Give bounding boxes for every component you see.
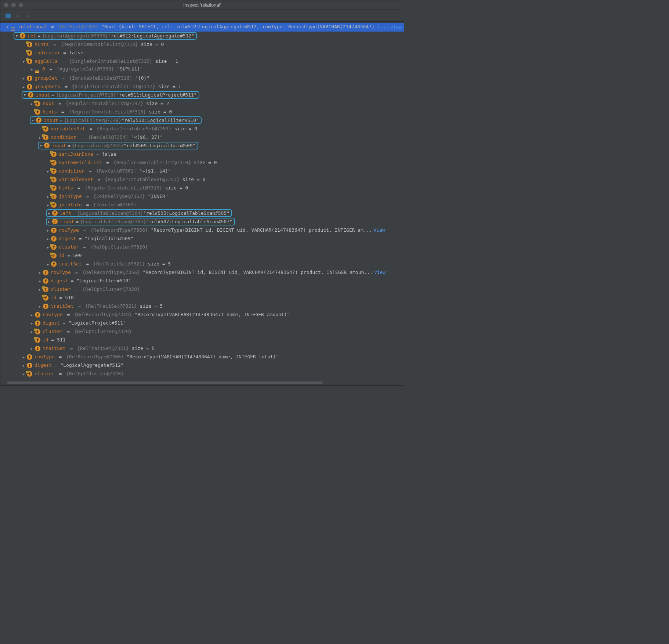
tree-row[interactable]: fid = 511 <box>0 336 404 344</box>
tree-row[interactable]: fdigest = "LogicalAggregate#512" <box>0 361 404 369</box>
tree-row[interactable]: fcondition = {RexCall@7361} "=($1, $4)" <box>0 167 404 175</box>
chevron-down-icon[interactable] <box>6 25 10 29</box>
row-content: fleft = {LogicalTableScan@7364} "rel#505… <box>46 209 232 217</box>
type-label: {LogicalProject@7318} <box>56 92 116 98</box>
tree-row[interactable]: fright = {LogicalTableScan@7365} "rel#50… <box>0 217 404 226</box>
tree-row[interactable]: finput = {LogicalProject@7318} "rel#511:… <box>0 91 404 99</box>
chevron-down-icon[interactable] <box>31 118 35 122</box>
row-content: frel = {LogicalAggregate@7305} "rel#512:… <box>14 32 197 40</box>
tree-row[interactable]: fgroupSets = {SingletonImmutableList@731… <box>0 82 404 91</box>
chevron-right-icon[interactable] <box>46 262 50 266</box>
maximize-icon[interactable] <box>19 3 23 7</box>
chevron-right-icon[interactable] <box>38 135 42 140</box>
row-content: fcluster = {RelOptCluster@7320} <box>46 244 148 250</box>
field-name: rowType <box>43 312 63 317</box>
tree-row[interactable]: fjoinType = {JoinRelType@7362} "INNER" <box>0 192 404 200</box>
chevron-right-icon[interactable] <box>46 169 50 173</box>
chevron-down-icon[interactable] <box>23 93 27 97</box>
equals-sign: = <box>80 244 89 250</box>
chevron-right-icon[interactable] <box>30 330 34 334</box>
chevron-right-icon[interactable] <box>30 321 34 325</box>
horizontal-scrollbar[interactable] <box>3 381 401 385</box>
type-label: {RelOptCluster@7320} <box>66 371 124 376</box>
tree-row[interactable]: fcluster = {RelOptCluster@7320} <box>0 369 404 378</box>
tree-row[interactable]: ftraitSet = {RelTraitSet@7321} size = 5 <box>0 344 404 352</box>
tree-row[interactable]: ftraitSet = {RelTraitSet@7321} size = 5 <box>0 260 404 268</box>
chevron-right-icon[interactable] <box>30 313 34 317</box>
chevron-right-icon[interactable] <box>38 304 42 308</box>
row-content: frowType = {RelRecordType@7349} "RecordT… <box>30 312 290 318</box>
tree-row[interactable]: 0 = {AggregateCall@7338} "SUM($1)" <box>0 65 404 74</box>
tree-row[interactable]: fexps = {RegularImmutableList@7347} size… <box>0 99 404 108</box>
minimize-icon[interactable] <box>11 3 16 7</box>
back-icon[interactable]: ← <box>17 12 20 19</box>
tree-row[interactable]: fgroupSet = {ImmutableBitSet@7316} "{0}" <box>0 74 404 82</box>
tree-row[interactable]: fid = 510 <box>0 293 404 302</box>
tree-row[interactable]: fdigest = "LogicalProject#511" <box>0 319 404 327</box>
tree-row[interactable]: fcluster = {RelOptCluster@7320} <box>0 285 404 293</box>
chevron-right-icon[interactable] <box>22 363 26 368</box>
header-icon[interactable] <box>6 14 11 18</box>
tree-row[interactable]: fdigest = "LogicalFilter#510" <box>0 276 404 285</box>
tree-row[interactable]: fjoinInfo = {JoinInfo@7363} <box>0 200 404 209</box>
tree-row[interactable]: fid = 509 <box>0 251 404 260</box>
tree-row[interactable]: frowType = {RelRecordType@7349} "RecordT… <box>0 310 404 319</box>
view-link[interactable]: View <box>374 269 386 275</box>
tree-row[interactable]: fdigest = "LogicalJoin#509" <box>0 234 404 243</box>
tree-row[interactable]: fsystemFieldList = {RegularImmutableList… <box>0 158 404 167</box>
tree-row[interactable]: frowType = {RelRecordType@7356} "RecordT… <box>0 226 404 234</box>
tree-row[interactable]: ftraitSet = {RelTraitSet@7321} size = 5 <box>0 302 404 310</box>
tree-row[interactable]: frel = {LogicalAggregate@7305} "rel#512:… <box>0 32 404 40</box>
chevron-right-icon[interactable] <box>46 237 50 241</box>
field-icon: f <box>35 109 40 115</box>
chevron-right-icon[interactable] <box>47 211 51 215</box>
chevron-right-icon[interactable] <box>47 220 51 224</box>
tree-row[interactable]: fvariablesSet = {RegularImmutableSet@735… <box>0 175 404 184</box>
tree-row[interactable]: fhints = {RegularImmutableList@7310} siz… <box>0 184 404 192</box>
tree-row[interactable]: findicator = false <box>0 48 404 57</box>
row-content: fdigest = "LogicalProject#511" <box>30 320 126 326</box>
chevron-right-icon[interactable] <box>46 228 50 232</box>
chevron-right-icon[interactable] <box>30 102 34 106</box>
chevron-right-icon[interactable] <box>46 195 50 199</box>
titlebar: Inspect 'relational' <box>0 0 404 10</box>
tree-row[interactable]: fleft = {LogicalTableScan@7364} "rel#505… <box>0 209 404 217</box>
field-name: joinInfo <box>59 202 82 207</box>
chevron-right-icon[interactable] <box>22 355 26 359</box>
chevron-right-icon[interactable] <box>30 347 34 351</box>
tree-row[interactable]: fcluster = {RelOptCluster@7320} <box>0 327 404 336</box>
tree-row[interactable]: fsemiJoinDone = false <box>0 150 404 158</box>
tree-row[interactable]: fcluster = {RelOptCluster@7320} <box>0 243 404 251</box>
chevron-right-icon[interactable] <box>22 372 26 376</box>
chevron-right-icon[interactable] <box>22 85 26 89</box>
chevron-right-icon[interactable] <box>46 203 50 207</box>
chevron-down-icon[interactable] <box>22 59 26 64</box>
view-link[interactable]: View <box>373 227 385 233</box>
tree-row[interactable]: finput = {LogicalJoin@7355} "rel#509:Log… <box>0 141 404 150</box>
tree-view[interactable]: relational = {RelRoot@7301} "Root {kind:… <box>0 22 404 381</box>
view-link[interactable]: View <box>390 25 402 30</box>
tree-row[interactable]: fcondition = {RexCall@7354} "<($6, 27)" <box>0 133 404 141</box>
tree-row[interactable]: fhints = {RegularImmutableList@7310} siz… <box>0 108 404 116</box>
forward-icon[interactable]: → <box>26 12 29 19</box>
field-icon: f <box>51 261 57 267</box>
tree-row[interactable]: frowType = {RelRecordType@7306} "RecordT… <box>0 352 404 361</box>
chevron-right-icon[interactable] <box>22 76 26 80</box>
tree-row[interactable]: fhints = {RegularImmutableList@7310} siz… <box>0 40 404 48</box>
chevron-right-icon[interactable] <box>38 287 42 292</box>
chevron-right-icon[interactable] <box>38 279 42 283</box>
scrollbar-thumb[interactable] <box>7 381 323 384</box>
tree-row[interactable]: fvariablesSet = {RegularImmutableSet@735… <box>0 124 404 133</box>
chevron-right-icon[interactable] <box>46 245 50 249</box>
tree-row[interactable]: faggCalls = {SingletonImmutableList@7315… <box>0 57 404 65</box>
chevron-right-icon[interactable] <box>38 271 42 275</box>
tree-row[interactable]: relational = {RelRoot@7301} "Root {kind:… <box>0 23 404 32</box>
field-name: systemFieldList <box>59 160 102 165</box>
chevron-right-icon[interactable] <box>30 67 34 71</box>
field-name: traitSet <box>51 303 74 309</box>
tree-row[interactable]: frowType = {RelRecordType@7356} "RecordT… <box>0 268 404 276</box>
close-icon[interactable] <box>4 3 8 7</box>
chevron-down-icon[interactable] <box>39 144 43 148</box>
tree-row[interactable]: finput = {LogicalFilter@7348} "rel#510:L… <box>0 116 404 124</box>
chevron-down-icon[interactable] <box>15 34 19 38</box>
